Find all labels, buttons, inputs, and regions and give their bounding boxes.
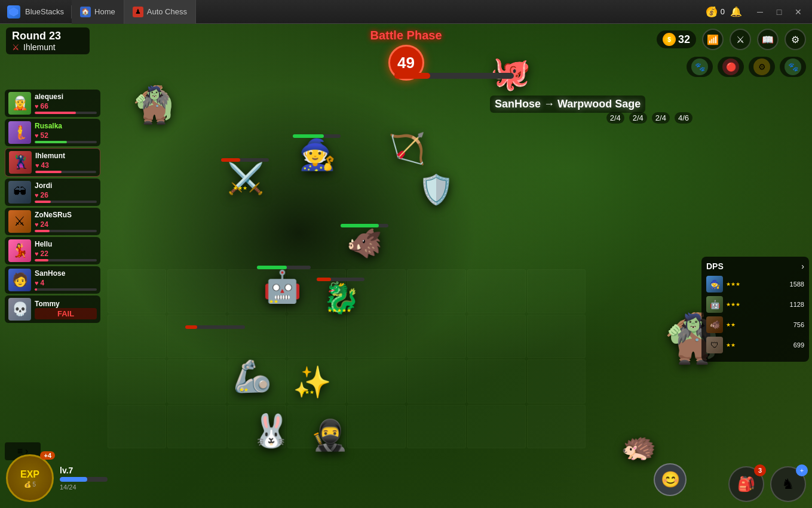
coin-count: 0 [721, 7, 725, 16]
exp-plus-label: +4 [40, 451, 55, 460]
dps-stars-2: ★★★ [726, 301, 780, 307]
character-samurai: 🥷 [311, 418, 348, 452]
chess-icon: ♞ [782, 476, 795, 492]
player-info-alequesi: alequesi ♥ 66 [35, 93, 97, 114]
synergy-red[interactable]: 🔴 [718, 57, 744, 77]
book-icon[interactable]: 📖 [757, 29, 779, 50]
player-hp-bar-hellu [35, 259, 97, 261]
board-tile [467, 405, 526, 449]
bag-button[interactable]: 🎒 3 [728, 466, 764, 502]
character-green-monster: 🧌 [131, 84, 176, 126]
synergy-beast[interactable]: 🐾 [687, 57, 713, 77]
player-fail-tommy: FAIL [35, 308, 97, 319]
board-tile [347, 315, 406, 359]
maximize-button[interactable]: □ [770, 3, 788, 21]
player-hp-bar-rusalka [35, 141, 97, 143]
gold-display: $ 32 [657, 30, 696, 48]
player-item-jordi[interactable]: 🕶 Jordi ♥ 26 [5, 178, 100, 206]
settings-icon[interactable]: ⚙ [785, 29, 806, 50]
bs-logo-text: BlueStacks [25, 7, 64, 16]
board-tile [467, 359, 526, 404]
dps-value-3: 756 [783, 321, 804, 328]
exp-button[interactable]: +4 EXP 💰 5 [6, 454, 54, 502]
player-item-hellu[interactable]: 💃 Hellu ♥ 22 [5, 237, 100, 264]
game-tab[interactable]: ♟ Auto Chess [124, 0, 196, 24]
character-small-creature: 🦔 [621, 430, 657, 463]
home-tab-icon: 🏠 [80, 7, 91, 17]
player-item-alequesi[interactable]: 🧝 alequesi ♥ 66 [5, 90, 100, 117]
bag-icon: 🎒 [737, 476, 755, 492]
player-hp-bar-alequesi [35, 112, 97, 114]
player-icon: ⚔ [12, 42, 20, 52]
bag-badge: 3 [754, 464, 766, 476]
game-area: 🧌 ⚔️ 🧙 🏹 🛡️ 🐗 🤖 🐉 🦾 ✨ 🐰 🥷 🧌 🦔 🐙 ★★★ ★★ ★… [0, 24, 812, 508]
player-hp-fill-sanhose [35, 288, 37, 291]
board-tile [407, 359, 465, 404]
character-bunny: 🐰 [251, 412, 291, 449]
player-info-jordi: Jordi ♥ 26 [35, 181, 97, 203]
gold-icon: $ [663, 33, 676, 46]
home-tab[interactable]: 🏠 Home [72, 0, 124, 24]
player-avatar-hellu: 💃 [8, 239, 31, 262]
exp-label: EXP [20, 469, 39, 480]
board-tile [347, 405, 406, 449]
player-hp-row-hellu: ♥ 22 [35, 250, 97, 258]
exp-area: +4 EXP 💰 5 lv.7 14/24 [6, 454, 108, 502]
player-item-zonesrus[interactable]: ⚔ ZoNeSRuS ♥ 24 [5, 208, 100, 235]
player-avatar-jordi: 🕶 [8, 181, 31, 204]
chess-piece-button[interactable]: ♞ + [770, 466, 806, 502]
player-item-ihlemunt[interactable]: 🦹 Ihlemunt ♥ 43 [5, 148, 100, 177]
player-hp-row-alequesi: ♥ 66 [35, 102, 97, 110]
dps-avatar-2: 🤖 [706, 296, 723, 313]
character-mage: 🧙 [299, 137, 336, 172]
swords-icon[interactable]: ⚔ [730, 29, 751, 50]
dps-avatar-1: 🧙 [706, 276, 723, 293]
chat-button[interactable]: 😊 [654, 463, 687, 496]
player-hp-row-sanhose: ♥ 4 [35, 279, 97, 287]
dps-stars-3: ★★ [726, 322, 780, 328]
red-synergy-icon: 🔴 [722, 59, 739, 75]
player-hp-row-ihlemunt: ♥ 43 [35, 161, 96, 170]
player-avatar-rusalka: 🧜 [8, 121, 31, 144]
level-bar [60, 477, 108, 482]
player-hp-alequesi: 66 [41, 102, 48, 110]
dps-value-2: 1128 [783, 301, 804, 308]
player-item-rusalka[interactable]: 🧜 Rusalka ♥ 52 [5, 119, 100, 146]
minimize-button[interactable]: ─ [751, 3, 769, 21]
gold-amount: 32 [678, 33, 690, 46]
player-hp-bar-ihlemunt [35, 171, 96, 173]
heart-icon: ♥ [35, 162, 39, 169]
synergy-count-2: 2/4 [629, 112, 647, 124]
player-hp-row-jordi: ♥ 26 [35, 191, 97, 199]
player-hp-sanhose: 4 [41, 279, 45, 287]
dps-header: DPS › [706, 261, 804, 271]
player-avatar-sanhose: 🧑 [8, 269, 31, 291]
close-button[interactable]: ✕ [789, 3, 807, 21]
dps-expand-icon[interactable]: › [801, 261, 804, 271]
synergy-gear[interactable]: ⚙ [749, 57, 775, 77]
synergy-paw[interactable]: 🐾 [780, 57, 806, 77]
beast-synergy-icon: 🐾 [691, 59, 708, 75]
player-item-tommy[interactable]: 💀 Tommy FAIL [5, 295, 100, 323]
board-tile [407, 315, 465, 359]
notification-icon[interactable]: 🔔 [728, 4, 744, 20]
player-hp-hellu: 22 [41, 250, 48, 258]
bluestacks-logo[interactable]: BlueStacks [0, 5, 72, 19]
player-name-alequesi: alequesi [35, 93, 97, 101]
player-hp-bar-zonesrus [35, 230, 97, 232]
titlebar: BlueStacks 🏠 Home ♟ Auto Chess 💰 0 🔔 ─ □… [0, 0, 812, 24]
player-hp-row-rusalka: ♥ 52 [35, 131, 97, 140]
board-tile [527, 269, 586, 313]
game-tab-icon: ♟ [133, 7, 143, 17]
player-hp-jordi: 26 [41, 191, 48, 199]
player-avatar-tommy: 💀 [8, 298, 31, 321]
paw-synergy-icon: 🐾 [785, 59, 801, 75]
signal-icon[interactable]: 📶 [702, 29, 724, 50]
player-item-sanhose[interactable]: 🧑 SanHose ♥ 4 [5, 266, 100, 294]
dps-value-1: 1588 [783, 281, 804, 288]
char-health-bar-3 [341, 224, 388, 227]
board-tile [167, 405, 226, 449]
home-tab-label: Home [94, 7, 115, 16]
player-hp-fill-jordi [35, 201, 51, 203]
board-tile [108, 315, 166, 359]
